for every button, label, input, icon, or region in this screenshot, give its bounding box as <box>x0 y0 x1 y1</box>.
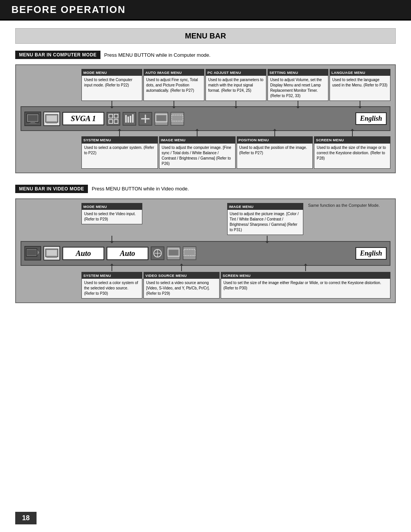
computer-mode-description: Press MENU BUTTON while in Computer mode… <box>104 52 210 58</box>
system-menu-title: SYSTEM MENU <box>82 137 158 143</box>
setting-menu-title: SETTING MENU <box>268 69 328 76</box>
system-menu-text: Used to select a computer system. (Refer… <box>84 145 154 155</box>
language-menu-title: LANGUAGE MENU <box>330 69 390 76</box>
bar-icon-1 <box>24 112 41 126</box>
mode-menu-top: MODE MENU Used to select the Computer in… <box>81 69 142 101</box>
video-mode-description: Press MENU BUTTON while in Video mode. <box>92 186 189 192</box>
video-mode-menu: MODE MENU Used to select the Video input… <box>81 203 142 224</box>
svg-rect-3 <box>29 123 37 124</box>
svg-rect-5 <box>47 116 57 121</box>
svg-rect-18 <box>157 115 166 121</box>
auto-image-menu-title: AUTO IMAGE MENU <box>144 69 204 76</box>
computer-bar: SVGA 1 English <box>21 106 390 131</box>
screen-menu-text: Used to adjust the size of the image or … <box>317 145 386 160</box>
svg-rect-12 <box>127 117 129 123</box>
language-menu-text: Used to select the language used in the … <box>332 78 387 87</box>
svga-label: SVGA 1 <box>62 112 104 125</box>
video-top-labels-wrapper: MODE MENU Used to select the Video input… <box>21 203 390 235</box>
image-menu-bottom: IMAGE MENU Used to adjust the computer i… <box>159 136 236 168</box>
english-label: English <box>355 112 387 125</box>
svg-rect-27 <box>46 257 57 258</box>
svg-rect-7 <box>109 114 113 118</box>
computer-arrows-bottom <box>21 131 390 136</box>
page-number: 18 <box>15 512 37 524</box>
video-screen-menu-text: Used to set the size of the image either… <box>223 281 381 290</box>
video-screen-menu: SCREEN MENU Used to set the size of the … <box>221 272 390 299</box>
video-image-menu: IMAGE MENU Used to adjust the picture im… <box>227 203 303 235</box>
video-source-menu-title: VIDEO SOURCE MENU <box>144 272 219 279</box>
video-mode-menu-text: Used to select the Video input. (Refer t… <box>84 212 135 221</box>
svg-rect-13 <box>130 116 131 123</box>
sym-bars-icon <box>123 112 136 126</box>
computer-mode-label-row: MENU BAR IN COMPUTER MODE Press MENU BUT… <box>15 51 396 59</box>
video-mode-menu-title: MODE MENU <box>82 203 142 210</box>
video-image-menu-text: Used to adjust the picture image. [Color… <box>230 212 299 232</box>
image-menu-text: Used to adjust the computer image. [Fine… <box>162 145 231 166</box>
svg-rect-34 <box>185 251 189 255</box>
video-english-label: English <box>355 247 387 260</box>
sym-cross-icon <box>139 112 152 126</box>
sym-grid-icon <box>107 112 120 126</box>
svg-rect-6 <box>46 122 57 123</box>
video-system-menu: SYSTEM MENU Used to select a color syste… <box>81 272 142 299</box>
language-menu: LANGUAGE MENU Used to select the languag… <box>330 69 390 101</box>
content-area: MENU BAR MENU BAR IN COMPUTER MODE Press… <box>0 21 411 330</box>
video-diagram-block: MODE MENU Used to select the Video input… <box>15 198 396 304</box>
video-system-menu-text: Used to select a color system of the sel… <box>84 281 138 296</box>
auto-label-1: Auto <box>62 247 104 260</box>
svg-rect-20 <box>173 116 177 120</box>
computer-mode-section: MENU BAR IN COMPUTER MODE Press MENU BUT… <box>15 51 396 173</box>
computer-top-labels: MODE MENU Used to select the Computer in… <box>21 69 390 101</box>
position-menu-title: POSITION MENU <box>237 137 313 143</box>
video-arrows-top <box>21 235 390 241</box>
mode-menu-text: Used to select the Computer input mode. … <box>84 78 132 87</box>
video-mode-label-row: MENU BAR IN VIDEO MODE Press MENU BUTTON… <box>15 185 396 193</box>
video-bar-icon-1 <box>24 246 41 260</box>
auto-label-2: Auto <box>107 247 148 260</box>
video-bar: Auto Auto English <box>21 241 390 266</box>
same-function-note: Same function as the Computer Mode. <box>308 203 380 208</box>
svg-rect-14 <box>132 114 134 123</box>
system-menu-bottom: SYSTEM MENU Used to select a computer sy… <box>81 136 158 168</box>
sym-screen-icon <box>155 112 168 126</box>
svg-rect-26 <box>47 250 57 256</box>
bar-icon-2 <box>43 112 60 126</box>
setting-menu-text: Used to adjust Volume, set the Display M… <box>270 78 322 98</box>
video-screen-menu-title: SCREEN MENU <box>221 272 390 279</box>
svg-marker-23 <box>37 249 40 256</box>
sym-film-icon <box>170 112 184 126</box>
screen-menu-bottom: SCREEN MENU Used to adjust the size of t… <box>314 136 390 168</box>
computer-arrows-top <box>21 101 390 106</box>
mode-menu-title: MODE MENU <box>82 69 142 76</box>
computer-diagram-block: MODE MENU Used to select the Computer in… <box>15 64 396 173</box>
video-arrows-bottom <box>21 266 390 272</box>
computer-bottom-labels: SYSTEM MENU Used to select a computer sy… <box>21 136 390 168</box>
pc-adjust-menu-title: PC ADJUST MENU <box>206 69 266 76</box>
image-menu-title: IMAGE MENU <box>159 137 235 143</box>
video-sym-icon-2 <box>167 246 180 260</box>
video-system-menu-title: SYSTEM MENU <box>82 272 142 279</box>
auto-image-menu-text: Used to adjust Fine sync, Total dots, an… <box>146 78 198 93</box>
screen-menu-title: SCREEN MENU <box>314 137 390 143</box>
pc-adjust-menu-text: Used to adjust the parameters to match w… <box>208 78 263 93</box>
video-bar-icon-2 <box>43 246 60 260</box>
svg-rect-21 <box>178 116 182 120</box>
svg-rect-35 <box>190 251 194 255</box>
svg-rect-8 <box>114 114 118 118</box>
setting-menu: SETTING MENU Used to adjust Volume, set … <box>268 69 328 101</box>
position-menu-bottom: POSITION MENU Used to adjust the positio… <box>237 136 313 168</box>
video-bottom-labels-wrapper: SYSTEM MENU Used to select a color syste… <box>21 272 390 299</box>
svg-rect-1 <box>28 115 38 121</box>
video-sym-icon-3 <box>183 246 196 260</box>
page-title: BEFORE OPERATION <box>11 4 126 16</box>
video-sym-icon-1 <box>151 246 164 260</box>
svg-rect-9 <box>109 120 113 123</box>
video-source-menu-text: Used to select a video source among [Vid… <box>146 281 210 296</box>
position-menu-text: Used to adjust the position of the image… <box>239 145 307 155</box>
video-mode-section: MENU BAR IN VIDEO MODE Press MENU BUTTON… <box>15 185 396 304</box>
video-mode-badge: MENU BAR IN VIDEO MODE <box>15 185 88 193</box>
video-image-menu-title: IMAGE MENU <box>228 203 303 210</box>
svg-rect-24 <box>27 250 36 255</box>
video-source-menu: VIDEO SOURCE MENU Used to select a video… <box>143 272 220 299</box>
pc-adjust-menu: PC ADJUST MENU Used to adjust the parame… <box>206 69 266 101</box>
